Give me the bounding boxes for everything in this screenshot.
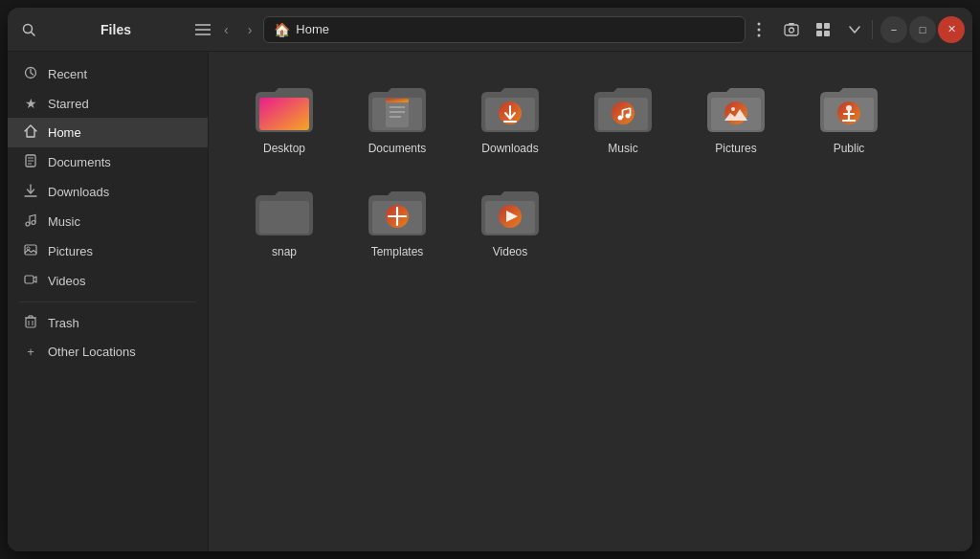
svg-rect-36 <box>386 99 409 127</box>
downloads-icon <box>23 184 38 200</box>
documents-icon <box>23 154 38 170</box>
minimize-button[interactable]: − <box>880 16 907 43</box>
file-item-public[interactable]: Public <box>796 71 902 167</box>
other-locations-icon: + <box>23 345 38 359</box>
svg-rect-34 <box>259 98 309 130</box>
sidebar-other-locations-label: Other Locations <box>48 345 136 359</box>
sidebar-item-music[interactable]: Music <box>8 207 208 236</box>
titlebar-left: Files <box>15 16 216 43</box>
svg-point-6 <box>758 28 761 31</box>
svg-line-1 <box>32 32 35 35</box>
screenshot-button[interactable] <box>776 16 807 43</box>
folder-documents-icon <box>365 80 430 136</box>
starred-icon: ★ <box>23 96 38 111</box>
svg-point-9 <box>790 28 794 33</box>
svg-rect-27 <box>26 318 35 327</box>
sidebar-item-other-locations[interactable]: + Other Locations <box>8 338 208 366</box>
file-item-desktop[interactable]: Desktop <box>232 71 337 167</box>
sidebar-divider <box>19 302 196 302</box>
sort-chevron-button[interactable] <box>841 20 868 39</box>
svg-point-5 <box>758 22 761 25</box>
sidebar-item-trash[interactable]: Trash <box>8 308 208 338</box>
file-item-documents[interactable]: Documents <box>345 71 450 167</box>
folder-public-icon <box>816 80 881 136</box>
file-label-music: Music <box>608 142 637 157</box>
sidebar-pictures-label: Pictures <box>48 244 93 258</box>
file-content: Desktop <box>209 52 972 551</box>
file-label-pictures: Pictures <box>715 142 756 157</box>
folder-pictures-icon <box>703 80 768 136</box>
titlebar: Files ‹ › 🏠 Home <box>8 8 972 52</box>
view-toggle-button[interactable] <box>809 17 839 42</box>
menu-button[interactable] <box>189 17 216 42</box>
pictures-icon <box>23 243 38 259</box>
file-label-downloads: Downloads <box>481 142 538 157</box>
videos-icon <box>23 273 38 289</box>
file-item-videos[interactable]: Videos <box>457 174 563 270</box>
sidebar-documents-label: Documents <box>48 155 111 169</box>
svg-rect-8 <box>785 25 798 35</box>
sidebar-trash-label: Trash <box>48 316 79 330</box>
svg-rect-13 <box>816 31 822 36</box>
file-grid: Desktop <box>232 71 949 269</box>
titlebar-right: − □ ✕ <box>776 16 965 43</box>
back-button[interactable]: ‹ <box>216 16 236 43</box>
file-item-music[interactable]: Music <box>570 71 676 167</box>
folder-downloads-icon <box>478 80 543 136</box>
file-label-snap: snap <box>272 245 297 260</box>
folder-desktop-icon <box>252 80 317 136</box>
folder-templates-icon <box>365 184 430 239</box>
close-button[interactable]: ✕ <box>938 16 965 43</box>
file-item-snap[interactable]: snap <box>232 174 337 270</box>
music-icon <box>23 213 38 230</box>
svg-rect-37 <box>386 99 409 102</box>
svg-rect-10 <box>789 23 794 25</box>
home-icon <box>23 124 38 141</box>
sidebar-starred-label: Starred <box>48 97 89 111</box>
folder-snap-icon <box>252 184 317 239</box>
more-options-button[interactable] <box>749 16 768 43</box>
folder-music-icon <box>590 80 656 136</box>
files-window: Files ‹ › 🏠 Home <box>8 8 972 551</box>
location-bar[interactable]: 🏠 Home <box>263 16 746 43</box>
sidebar-music-label: Music <box>48 214 80 229</box>
sidebar-item-videos[interactable]: Videos <box>8 266 208 296</box>
file-label-documents: Documents <box>368 142 427 157</box>
main-area: Recent ★ Starred Home <box>8 52 972 551</box>
svg-rect-11 <box>816 23 822 29</box>
file-item-pictures[interactable]: Pictures <box>683 71 789 167</box>
sidebar-item-starred[interactable]: ★ Starred <box>8 89 208 118</box>
app-title: Files <box>46 22 186 37</box>
sidebar-item-recent[interactable]: Recent <box>8 59 208 89</box>
sidebar-downloads-label: Downloads <box>48 185 109 199</box>
sidebar-item-downloads[interactable]: Downloads <box>8 177 208 207</box>
svg-rect-26 <box>25 276 33 283</box>
svg-rect-60 <box>259 201 309 234</box>
svg-point-54 <box>731 107 735 111</box>
sidebar-item-pictures[interactable]: Pictures <box>8 236 208 266</box>
sidebar-recent-label: Recent <box>48 67 87 81</box>
sidebar-item-home[interactable]: Home <box>8 118 208 147</box>
location-text: Home <box>296 22 329 36</box>
svg-rect-14 <box>824 31 830 36</box>
folder-videos-icon <box>478 184 543 239</box>
window-controls: − □ ✕ <box>880 16 965 43</box>
svg-point-7 <box>758 34 761 36</box>
file-label-public: Public <box>834 142 865 157</box>
trash-icon <box>23 315 38 331</box>
location-home-icon: 🏠 <box>274 22 290 37</box>
sidebar-item-documents[interactable]: Documents <box>8 147 208 177</box>
titlebar-divider <box>872 20 873 39</box>
maximize-button[interactable]: □ <box>909 16 936 43</box>
titlebar-center: ‹ › 🏠 Home <box>216 16 768 43</box>
svg-rect-12 <box>824 23 830 29</box>
recent-icon <box>23 66 38 82</box>
forward-button[interactable]: › <box>240 16 260 43</box>
search-button[interactable] <box>15 16 42 43</box>
file-item-templates[interactable]: Templates <box>345 174 450 270</box>
svg-point-22 <box>26 222 30 226</box>
file-label-videos: Videos <box>493 245 527 260</box>
sidebar-home-label: Home <box>48 125 81 140</box>
svg-rect-24 <box>25 245 36 255</box>
file-item-downloads[interactable]: Downloads <box>457 71 563 167</box>
